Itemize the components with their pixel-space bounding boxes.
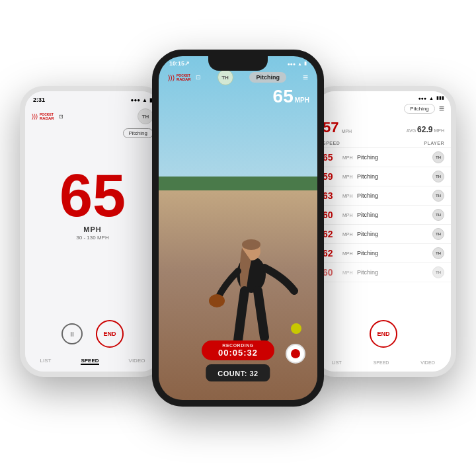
right-screen: ●●● ▲ ▮▮▮ Pitching ≡ 57 MPH AVG 62.9 MPH	[316, 91, 451, 372]
fence-bg	[159, 177, 317, 190]
left-tab-list[interactable]: LIST	[40, 358, 52, 365]
row-mph-6: MPH	[342, 270, 354, 275]
pitcher-silhouette	[198, 215, 304, 360]
row-category-3: Pitching	[357, 212, 432, 218]
left-end-button[interactable]: END	[96, 320, 124, 348]
row-avatar-1: TH	[432, 171, 444, 182]
left-pitching-badge[interactable]: Pitching	[123, 128, 153, 138]
row-mph-1: MPH	[342, 175, 354, 179]
row-category-0: Pitching	[357, 154, 432, 161]
table-row: 60 MPH Pitching TH	[316, 263, 451, 282]
left-camera-icon: ⊡	[59, 114, 63, 120]
row-category-2: Pitching	[357, 192, 432, 199]
right-tab-list[interactable]: LIST	[332, 360, 342, 365]
left-badge-row: Pitching	[25, 127, 160, 139]
center-header: ))) POCKET RADAR ⊡ TH Pitching ≡	[159, 68, 317, 88]
left-logo-waves: )))	[32, 113, 38, 120]
row-category-5: Pitching	[357, 250, 432, 257]
right-status-bar: ●●● ▲ ▮▮▮	[316, 91, 451, 102]
right-battery-icon: ▮▮▮	[436, 95, 444, 100]
left-speed-unit: MPH	[83, 225, 101, 233]
center-pitching-badge[interactable]: Pitching	[249, 72, 286, 83]
row-avatar-2: TH	[432, 190, 444, 202]
center-screen: 10:15 ↗ ●●● ▲ ▮ ))) POCKET RADAR ⊡	[159, 56, 317, 400]
left-time: 2:31	[33, 97, 45, 103]
right-nav-tabs: LIST SPEED VIDEO	[316, 360, 451, 365]
recording-label: RECORDING	[211, 343, 265, 348]
left-screen: 2:31 ●●● ▲ ▮ ))) POCKET RADAR ⊡	[25, 91, 160, 372]
left-phone: 2:31 ●●● ▲ ▮ ))) POCKET RADAR ⊡	[20, 86, 165, 377]
table-row: 60 MPH Pitching TH	[316, 206, 451, 225]
left-logo-radar: RADAR	[40, 116, 54, 120]
left-wifi-icon: ▲	[142, 97, 147, 103]
center-signal-icon: ●●●	[287, 61, 296, 66]
table-row: 59 MPH Pitching TH	[316, 167, 451, 186]
center-logo-radar: RADAR	[177, 77, 191, 81]
row-speed-1: 59	[323, 171, 342, 182]
svg-point-4	[291, 323, 301, 334]
center-notch	[208, 56, 268, 71]
row-mph-0: MPH	[342, 155, 354, 160]
col-speed-header: SPEED	[323, 141, 340, 145]
left-nav-tabs: LIST SPEED VIDEO	[25, 358, 160, 365]
right-avg-unit: MPH	[434, 128, 444, 133]
right-speed-summary: 57 MPH AVG 62.9 MPH	[316, 116, 451, 139]
right-wifi-icon: ▲	[429, 96, 434, 100]
left-speed-display: 65 MPH 30 - 130 MPH	[25, 166, 160, 241]
right-pitching-badge[interactable]: Pitching	[404, 104, 434, 114]
left-speed-range: 30 - 130 MPH	[76, 235, 108, 241]
center-logo-waves: )))	[168, 74, 175, 81]
left-tab-speed[interactable]: SPEED	[81, 358, 99, 365]
left-bottom-controls: ⏸ END	[25, 320, 160, 348]
right-filter-icon[interactable]: ≡	[439, 103, 444, 114]
left-avatar[interactable]: TH	[138, 108, 153, 124]
center-camera-icon: ⊡	[196, 74, 201, 81]
row-speed-6: 60	[323, 267, 342, 278]
row-avatar-5: TH	[432, 247, 444, 259]
row-mph-3: MPH	[342, 213, 354, 218]
row-avatar-4: TH	[432, 228, 444, 240]
right-bottom-controls: END	[316, 320, 451, 348]
right-phone: ●●● ▲ ▮▮▮ Pitching ≡ 57 MPH AVG 62.9 MPH	[311, 86, 456, 377]
center-status-arrow: ↗	[184, 60, 190, 67]
center-speed-overlay: 65 MPH	[273, 86, 309, 107]
count-text: COUNT: 32	[218, 370, 258, 377]
right-table-body: 65 MPH Pitching TH 59 MPH Pitching TH 63…	[316, 148, 451, 282]
right-avg-value: 62.9	[417, 125, 432, 134]
center-phone: 10:15 ↗ ●●● ▲ ▮ ))) POCKET RADAR ⊡	[152, 50, 324, 407]
record-dot	[291, 349, 300, 358]
row-speed-2: 63	[323, 190, 342, 201]
left-pause-button[interactable]: ⏸	[61, 323, 83, 344]
table-row: 62 MPH Pitching TH	[316, 225, 451, 244]
right-avg-section: AVG 62.9 MPH	[407, 125, 444, 134]
row-speed-4: 62	[323, 229, 342, 239]
right-current-speed-unit: MPH	[341, 129, 352, 134]
center-logo: ))) POCKET RADAR ⊡	[168, 73, 201, 81]
center-wifi-icon: ▲	[298, 61, 302, 66]
center-filter-icon[interactable]: ≡	[303, 72, 308, 83]
row-category-4: Pitching	[357, 231, 432, 237]
left-header: ))) POCKET RADAR ⊡ TH	[25, 106, 160, 127]
right-header: Pitching ≡	[316, 102, 451, 116]
recording-bar: RECORDING 00:05:32	[202, 340, 274, 360]
right-end-button[interactable]: END	[370, 320, 397, 348]
left-logo: ))) POCKET RADAR ⊡	[32, 113, 63, 120]
record-button[interactable]	[286, 344, 305, 364]
left-signal-icon: ●●●	[131, 97, 141, 103]
row-speed-3: 60	[323, 210, 342, 220]
row-mph-4: MPH	[342, 232, 354, 237]
table-row: 63 MPH Pitching TH	[316, 186, 451, 206]
left-tab-video[interactable]: VIDEO	[129, 358, 145, 365]
right-tab-speed[interactable]: SPEED	[374, 360, 389, 365]
center-speed-unit: MPH	[295, 97, 309, 104]
center-avatar[interactable]: TH	[218, 69, 233, 85]
left-speed-number: 65	[60, 166, 126, 225]
col-player-header: PLAYER	[424, 141, 444, 145]
pause-icon: ⏸	[69, 331, 75, 338]
scene: 2:31 ●●● ▲ ▮ ))) POCKET RADAR ⊡	[0, 0, 476, 476]
left-status-bar: 2:31 ●●● ▲ ▮	[25, 91, 160, 106]
count-bar: COUNT: 32	[206, 364, 270, 381]
right-tab-video[interactable]: VIDEO	[420, 360, 435, 365]
svg-point-3	[209, 294, 225, 307]
row-avatar-3: TH	[432, 209, 444, 221]
